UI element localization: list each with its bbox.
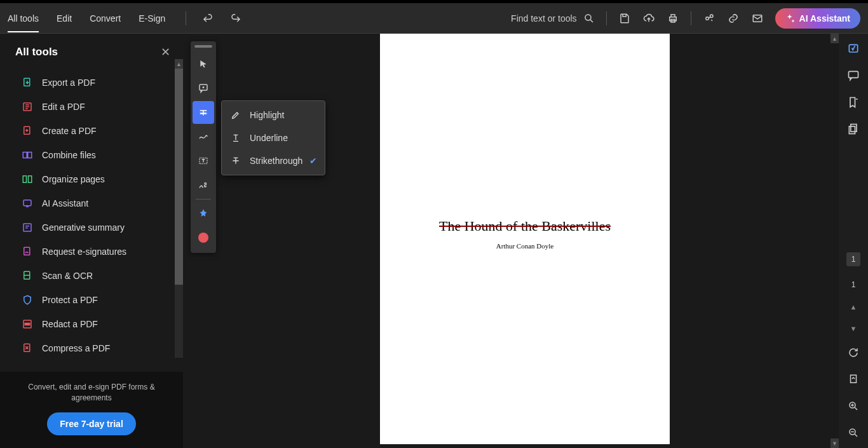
- svg-rect-26: [851, 375, 857, 383]
- document-author-text[interactable]: Arthur Conan Doyle: [380, 242, 670, 250]
- ai-sparkle-icon: [785, 13, 796, 24]
- popup-highlight[interactable]: Highlight: [222, 104, 325, 126]
- color-swatch-icon: [198, 233, 208, 243]
- popup-strikethrough[interactable]: Strikethrough ✔: [222, 149, 325, 172]
- rotate-button[interactable]: [847, 346, 860, 359]
- sidebar-scrollbar[interactable]: ▲: [175, 59, 183, 358]
- free-trial-button[interactable]: Free 7-day trial: [47, 412, 136, 435]
- popup-label: Highlight: [250, 110, 284, 120]
- separator: [196, 199, 211, 200]
- comments-panel-icon[interactable]: [847, 69, 860, 82]
- app-toolbar: All tools Edit Convert E-Sign Find text …: [0, 3, 868, 34]
- text-markup-popup: Highlight Underline Strikethrough ✔: [221, 100, 325, 175]
- svg-rect-12: [29, 176, 32, 183]
- close-panel-button[interactable]: ✕: [161, 45, 170, 59]
- tool-label: Create a PDF: [42, 126, 97, 136]
- svg-rect-10: [28, 153, 32, 158]
- document-scrollbar[interactable]: ▲ ▼: [831, 34, 839, 448]
- ai-panel-icon[interactable]: [847, 43, 860, 55]
- tool-label: Combine files: [42, 150, 96, 160]
- email-button[interactable]: [751, 12, 764, 25]
- strikethrough-icon: [231, 156, 241, 166]
- pdf-page[interactable]: The Hound of the Baskervilles Arthur Con…: [380, 34, 670, 444]
- tool-compress-pdf[interactable]: Compress a PDF: [0, 336, 183, 360]
- upload-button[interactable]: [642, 12, 655, 25]
- drag-handle-icon[interactable]: [194, 45, 212, 48]
- menu-esign[interactable]: E-Sign: [139, 4, 165, 32]
- tool-scan-ocr[interactable]: Scan & OCR: [0, 264, 183, 288]
- export-icon: [22, 77, 33, 88]
- search-icon: [583, 13, 595, 24]
- undo-button[interactable]: [201, 11, 214, 24]
- draw-tool[interactable]: [193, 125, 214, 148]
- quick-toolbar[interactable]: [191, 41, 216, 253]
- ai-assistant-button[interactable]: AI Assistant: [775, 8, 860, 29]
- menu-all-tools[interactable]: All tools: [8, 4, 39, 32]
- protect-icon: [22, 294, 33, 306]
- bookmarks-panel-icon[interactable]: [847, 96, 860, 109]
- redo-button[interactable]: [229, 11, 242, 24]
- organize-icon: [22, 173, 33, 185]
- ai-icon: [22, 198, 33, 209]
- svg-point-3: [705, 17, 709, 20]
- svg-rect-23: [849, 71, 858, 78]
- menu-bar: All tools Edit Convert E-Sign: [8, 4, 165, 32]
- tool-label: Compress a PDF: [42, 343, 110, 353]
- menu-convert[interactable]: Convert: [90, 4, 121, 32]
- text-box-tool[interactable]: [193, 149, 214, 172]
- divider: [606, 11, 607, 25]
- select-tool[interactable]: [193, 53, 214, 76]
- tool-request-esign[interactable]: Request e-signatures: [0, 240, 183, 264]
- popup-underline[interactable]: Underline: [222, 126, 325, 149]
- svg-rect-25: [849, 126, 855, 134]
- summary-icon: [22, 222, 33, 233]
- tool-protect-pdf[interactable]: Protect a PDF: [0, 288, 183, 312]
- document-title-text[interactable]: The Hound of the Baskervilles: [380, 218, 670, 234]
- tool-edit-pdf[interactable]: Edit a PDF: [0, 95, 183, 119]
- scroll-up-icon[interactable]: ▲: [831, 34, 839, 43]
- pin-tool[interactable]: [193, 202, 214, 225]
- tool-create-pdf[interactable]: Create a PDF: [0, 119, 183, 143]
- color-picker[interactable]: [193, 226, 214, 249]
- tool-label: Request e-signatures: [42, 247, 126, 257]
- link-button[interactable]: [727, 12, 740, 25]
- tool-combine-files[interactable]: Combine files: [0, 143, 183, 167]
- tool-label: Export a PDF: [42, 78, 95, 88]
- pages-panel-icon[interactable]: [847, 123, 860, 135]
- sign-tool[interactable]: [193, 173, 214, 196]
- svg-point-0: [585, 15, 591, 20]
- page-up-button[interactable]: ▲: [850, 303, 857, 311]
- find-text-or-tools[interactable]: Find text or tools: [511, 13, 595, 24]
- text-markup-tool[interactable]: [193, 101, 214, 124]
- share-button[interactable]: [703, 12, 715, 25]
- tool-label: Generative summary: [42, 222, 125, 233]
- print-button[interactable]: [667, 12, 679, 25]
- redact-icon: [22, 318, 33, 330]
- popup-label: Strikethrough: [250, 156, 302, 166]
- svg-rect-18: [25, 323, 30, 325]
- tool-label: Organize pages: [42, 174, 105, 184]
- comment-tool[interactable]: [193, 77, 214, 100]
- tool-export-pdf[interactable]: Export a PDF: [0, 71, 183, 95]
- search-label: Find text or tools: [511, 13, 577, 24]
- scroll-up-icon[interactable]: ▲: [175, 59, 183, 69]
- page-down-button[interactable]: ▼: [850, 325, 857, 332]
- scroll-thumb[interactable]: [175, 69, 183, 285]
- esign-icon: [22, 246, 33, 257]
- tool-redact-pdf[interactable]: Redact a PDF: [0, 312, 183, 336]
- scroll-down-icon[interactable]: ▼: [831, 438, 839, 448]
- zoom-out-button[interactable]: [847, 426, 860, 439]
- total-pages-number: 1: [851, 280, 856, 289]
- tool-label: AI Assistant: [42, 198, 88, 208]
- fit-page-button[interactable]: [847, 373, 860, 386]
- popup-label: Underline: [250, 133, 288, 143]
- tool-organize-pages[interactable]: Organize pages: [0, 167, 183, 191]
- trial-footer: Convert, edit and e-sign PDF forms & agr…: [0, 372, 183, 448]
- tool-generative-summary[interactable]: Generative summary: [0, 215, 183, 240]
- menu-edit[interactable]: Edit: [57, 4, 72, 32]
- zoom-in-button[interactable]: [847, 400, 860, 412]
- save-button[interactable]: [618, 12, 631, 25]
- tool-ai-assistant[interactable]: AI Assistant: [0, 191, 183, 215]
- document-viewport[interactable]: The Hound of the Baskervilles Arthur Con…: [183, 34, 839, 448]
- current-page-number[interactable]: 1: [846, 252, 861, 266]
